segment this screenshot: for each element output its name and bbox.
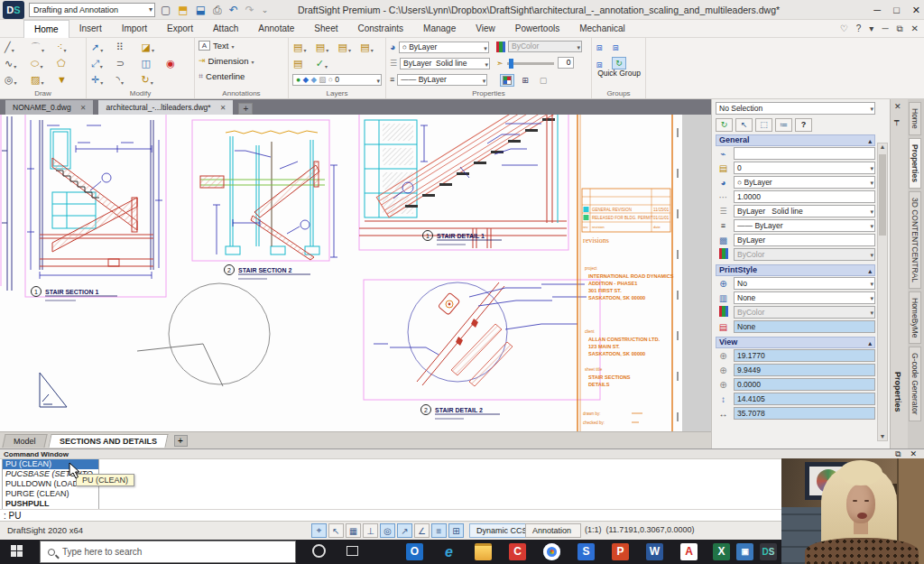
pattern-tool[interactable]: ⠿ bbox=[116, 40, 141, 55]
suggestion-pushpull[interactable]: PUSHPULL bbox=[3, 499, 98, 509]
doc-restore-icon[interactable]: ⧉ bbox=[896, 20, 902, 37]
cortana-icon[interactable] bbox=[312, 544, 326, 558]
linestyle-field[interactable]: ByLayer Solid line bbox=[734, 205, 875, 217]
tab-annotate[interactable]: Annotate bbox=[248, 20, 304, 38]
polar-icon[interactable]: ◎ bbox=[380, 523, 395, 538]
new-file-icon[interactable]: ▢ bbox=[161, 2, 171, 18]
etrack-icon[interactable]: ∠ bbox=[414, 523, 430, 538]
word-icon[interactable]: W bbox=[646, 543, 663, 560]
group-toggle-button[interactable]: ↻ bbox=[612, 57, 626, 69]
mirror-tool[interactable]: ◫ bbox=[141, 56, 166, 71]
stretch-tool[interactable]: ⤢ bbox=[90, 56, 116, 71]
select-entities-button[interactable]: ↖ bbox=[735, 118, 753, 132]
favorite-icon[interactable]: ♡ bbox=[840, 20, 848, 37]
fillet-tool[interactable]: ◝ bbox=[116, 72, 141, 88]
ribbon-options-icon[interactable]: ▾ bbox=[869, 20, 873, 37]
quick-group-icon[interactable]: ⧈ bbox=[596, 40, 610, 55]
outlook-icon[interactable]: O bbox=[406, 543, 423, 560]
polygon-tool[interactable]: ⬠ bbox=[56, 56, 82, 71]
camtasia-icon[interactable]: C bbox=[509, 543, 526, 560]
printstyle-field[interactable]: None bbox=[734, 291, 875, 304]
solid-tool[interactable]: ▼ bbox=[56, 72, 82, 88]
ungroup-icon[interactable]: ⧈ bbox=[612, 40, 626, 55]
tab-export[interactable]: Export bbox=[157, 20, 203, 38]
linecolor-dropdown[interactable]: ○ ByLayer bbox=[399, 42, 489, 53]
tab-close-icon[interactable]: ✕ bbox=[220, 101, 226, 115]
view-center-z-field[interactable]: 0.0000 bbox=[734, 378, 875, 391]
layers-manager-tool[interactable]: ▤ bbox=[292, 40, 315, 55]
section-general[interactable]: General bbox=[716, 134, 875, 146]
esnap-icon[interactable]: ↗ bbox=[397, 523, 412, 538]
match-properties-tool[interactable]: ➚ bbox=[90, 40, 116, 55]
side-tab-gcode-generator[interactable]: G-code Generator bbox=[909, 347, 921, 421]
text-tool[interactable]: AText bbox=[195, 38, 288, 53]
linestyle-dropdown[interactable]: ByLayer Solid line bbox=[400, 58, 490, 69]
command-prompt-line[interactable]: : PU bbox=[0, 509, 910, 521]
section-printstyle[interactable]: PrintStyle bbox=[716, 264, 875, 276]
lineweight-dropdown[interactable]: —— ByLayer bbox=[397, 74, 487, 86]
doc-tab-architectural[interactable]: architectural_-...ltileaders.dwg*✕ bbox=[98, 100, 233, 115]
line-tool[interactable]: ╱ bbox=[4, 40, 30, 55]
side-tab-3dcontentcentral[interactable]: 3D CONTENTCENTRAL bbox=[909, 191, 921, 289]
erase-tool[interactable]: ◪ bbox=[141, 40, 166, 55]
doc-close-icon[interactable]: ✕ bbox=[911, 20, 919, 37]
section-view[interactable]: View bbox=[716, 337, 875, 348]
linecolor-field[interactable]: ○ ByLayer bbox=[734, 176, 875, 189]
quick-group-button[interactable]: Quick Group bbox=[594, 69, 644, 78]
new-tab-button[interactable]: + bbox=[238, 103, 253, 115]
pointer-icon[interactable]: ↖ bbox=[328, 523, 344, 538]
centerline-tool[interactable]: ⌗Centerline bbox=[195, 69, 288, 84]
layer-delete-tool[interactable]: ▤ bbox=[292, 56, 315, 71]
point-tool[interactable]: ⁖ bbox=[56, 40, 82, 55]
lineweight-field[interactable]: —— ByLayer bbox=[734, 219, 875, 232]
ellipse-tool[interactable]: ⬭ bbox=[30, 56, 56, 71]
task-view-icon[interactable] bbox=[346, 546, 358, 556]
chrome-icon[interactable] bbox=[543, 543, 560, 560]
printstyle-color-field[interactable]: ByColor bbox=[734, 306, 875, 319]
photos-app-icon[interactable]: ▣ bbox=[736, 543, 753, 560]
tab-import[interactable]: Import bbox=[112, 20, 157, 38]
annotation-scale-dropdown[interactable]: Annotation ▾ bbox=[525, 523, 581, 538]
rotate-tool[interactable]: ↻ bbox=[141, 72, 166, 88]
tab-sheet[interactable]: Sheet bbox=[304, 20, 347, 38]
quick-select-button[interactable]: ≔ bbox=[775, 118, 792, 132]
dimension-tool[interactable]: ⇥Dimension bbox=[195, 53, 288, 69]
drawing-canvas[interactable]: 1 STAIR SECTION 1 bbox=[0, 115, 711, 431]
transparency-slider[interactable] bbox=[507, 62, 554, 65]
palette-pin-icon[interactable]: ┯ bbox=[894, 116, 901, 125]
ccs-icon[interactable]: ⊞ bbox=[448, 523, 464, 538]
add-sheet-button[interactable]: + bbox=[174, 435, 188, 447]
doc-minimize-icon[interactable]: ─ bbox=[882, 20, 888, 37]
powertrim-tool[interactable]: ◉ bbox=[165, 56, 190, 71]
ortho-icon[interactable]: ⊥ bbox=[363, 523, 378, 538]
workspace-selector[interactable]: Drafting and Annotation▾ bbox=[29, 3, 155, 17]
close-icon[interactable]: ✕ bbox=[912, 0, 920, 20]
grid-icon[interactable]: ▦ bbox=[346, 523, 361, 538]
selection-dropdown[interactable]: No Selection bbox=[716, 102, 875, 115]
printstyle-table-field[interactable]: None bbox=[734, 320, 875, 333]
side-tab-homebyme[interactable]: HomeByMe bbox=[909, 291, 921, 344]
layer-preview-tool[interactable]: ▤ bbox=[315, 40, 337, 55]
hyperlink-field[interactable] bbox=[734, 147, 875, 160]
circle-tool[interactable]: ◎ bbox=[4, 72, 30, 88]
tab-attach[interactable]: Attach bbox=[203, 20, 248, 38]
select-window-button[interactable]: ⬚ bbox=[755, 118, 772, 132]
file-explorer-icon[interactable] bbox=[475, 543, 492, 560]
tab-constraints[interactable]: Constraints bbox=[348, 20, 414, 38]
bycolor-field[interactable]: ByColor bbox=[734, 248, 875, 261]
doc-tab-noname[interactable]: NONAME_0.dwg✕ bbox=[5, 100, 93, 115]
linescale-field[interactable]: 1.0000 bbox=[734, 190, 875, 203]
snagit-icon[interactable]: S bbox=[578, 543, 595, 560]
panel-scrollbar[interactable]: ▲▼ bbox=[877, 143, 888, 441]
view-height-field[interactable]: 14.4105 bbox=[734, 393, 875, 405]
transparency-field[interactable]: ByLayer bbox=[734, 234, 875, 246]
help-icon[interactable]: ? bbox=[856, 20, 862, 37]
palette-close-icon[interactable]: ✕ bbox=[894, 102, 901, 111]
print-icon[interactable]: ⎙ bbox=[213, 2, 222, 18]
tab-powertools[interactable]: Powertools bbox=[505, 20, 569, 38]
tab-mechanical[interactable]: Mechanical bbox=[569, 20, 635, 38]
transparency-value[interactable]: 0 bbox=[558, 57, 574, 69]
move-tool[interactable]: ✛ bbox=[90, 72, 116, 88]
taskbar-search[interactable]: Type here to search bbox=[40, 541, 296, 563]
hatch-tool[interactable]: ▨ bbox=[30, 72, 56, 88]
